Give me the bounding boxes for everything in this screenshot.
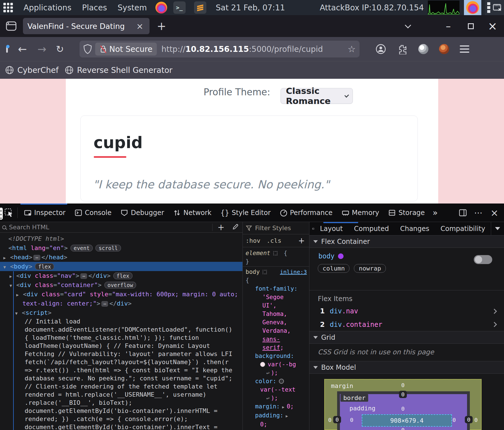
sublime-icon[interactable] — [194, 1, 206, 14]
window-close-button[interactable]: × — [486, 15, 500, 37]
add-rule-button[interactable]: + — [298, 236, 305, 245]
url-text[interactable]: http://10.82.156.115:5000/profile/cupid — [161, 45, 323, 54]
url-bar[interactable]: Not Secure http://10.82.156.115:5000/pro… — [80, 41, 360, 57]
padding-top-value[interactable]: 0 — [325, 405, 481, 412]
account-icon[interactable] — [375, 43, 386, 55]
shield-icon[interactable] — [83, 44, 92, 54]
globe-icon — [65, 66, 74, 75]
margin-right-value[interactable]: 0 — [474, 417, 478, 423]
extensions-puzzle-icon[interactable] — [397, 44, 408, 54]
firefox-launcher-icon[interactable] — [155, 2, 167, 13]
selected-theme-value: Classic Romance — [286, 86, 345, 106]
tab-layout[interactable]: Layout — [314, 225, 349, 233]
tab-close-icon[interactable]: × — [135, 21, 145, 31]
eyedropper-icon[interactable] — [231, 223, 239, 231]
devtools-tab-style-editor[interactable]: {} Style Editor — [216, 204, 275, 222]
border-left-value[interactable]: 0 — [333, 416, 341, 423]
window-maximize-button[interactable] — [464, 15, 478, 37]
clock[interactable]: Sat 21 Feb, 07:11 — [216, 3, 285, 12]
chevron-right-icon[interactable] — [492, 309, 497, 314]
bookmark-reverse-shell-generator[interactable]: Reverse Shell Generator — [65, 66, 172, 75]
flex-item-row[interactable]: 2 div.container — [309, 318, 504, 331]
attackbox-ip: AttackBox IP:10.82.70.154 — [320, 3, 424, 12]
padding-left-value[interactable]: 0 — [350, 417, 353, 423]
flex-overlay-toggle[interactable] — [474, 255, 492, 264]
box-model-header[interactable]: Box Model — [309, 361, 504, 374]
terminal-icon[interactable]: >_ — [173, 1, 186, 14]
tab-overflow-caret[interactable] — [491, 222, 504, 235]
sidebar-icon[interactable] — [6, 47, 8, 52]
window-minimize-button[interactable]: – — [441, 15, 455, 37]
app-grid-icon[interactable] — [3, 3, 13, 12]
content-box[interactable]: 908×679.4 — [362, 414, 452, 427]
css-rules[interactable]: element {}bodyinline:3{font-family:'Sego… — [243, 247, 309, 429]
devtools-close-icon[interactable]: × — [491, 207, 499, 218]
page-viewport: Profile Theme: Classic Romance cupid "I … — [0, 79, 504, 204]
chevron-right-icon[interactable] — [492, 322, 497, 327]
devtools-tab-storage[interactable]: Storage — [384, 204, 429, 222]
search-html-input[interactable]: Search HTML — [9, 224, 49, 231]
html-tree[interactable]: <!DOCTYPE html><html lang="en">eventscro… — [0, 234, 242, 317]
reload-button[interactable]: ↻ — [56, 43, 64, 55]
profile-avatar[interactable] — [439, 44, 449, 54]
margin-top-value[interactable]: 0 — [325, 382, 481, 389]
item-class: .container — [342, 321, 382, 329]
network-disconnected-icon[interactable] — [493, 3, 502, 12]
border-top-value[interactable]: 0 — [399, 391, 407, 398]
grid-header[interactable]: Grid — [309, 331, 504, 344]
tab-computed[interactable]: Computed — [348, 225, 395, 233]
caret-icon — [313, 240, 318, 243]
border-right-value[interactable]: 0 — [465, 416, 473, 423]
tab-compatibility[interactable]: Compatibility — [435, 225, 491, 233]
tab-label: Console — [85, 209, 111, 217]
search-icon — [2, 225, 6, 229]
markup-panel: Search HTML + <!DOCTYPE html><html lang=… — [0, 222, 243, 430]
bookmark-cyberchef[interactable]: CyberChef — [5, 66, 59, 75]
back-button[interactable]: ← — [18, 43, 27, 55]
tab-list-chevron-icon[interactable] — [401, 15, 415, 37]
tab-valenfind[interactable]: ValenFind - Secure Dating × — [23, 18, 150, 34]
more-tabs-chevrons[interactable]: » — [429, 208, 441, 218]
box-model-diagram[interactable]: margin 0 0 border padding 0 908×679.4 0 … — [324, 379, 482, 430]
workspace-switcher-icon[interactable] — [487, 2, 490, 13]
padding-bottom-value[interactable]: 0 — [325, 427, 481, 430]
padding-right-value[interactable]: 0 — [452, 417, 456, 423]
devtools-tab-console[interactable]: Console — [70, 204, 116, 222]
menu-places[interactable]: Places — [82, 3, 107, 12]
menu-hamburger-icon[interactable] — [460, 45, 469, 53]
script-code[interactable]: // Initial loaddocument.addEventListener… — [0, 317, 242, 430]
add-node-button[interactable]: + — [218, 222, 225, 232]
pseudo-hov-button[interactable]: :hov — [246, 237, 260, 244]
sidebar-toggle-icon[interactable] — [312, 225, 314, 233]
flex-container-header[interactable]: Flex Container — [309, 235, 504, 248]
devtools-tab-inspector[interactable]: Inspector — [19, 204, 70, 222]
devtools-tab-performance[interactable]: Performance — [275, 204, 337, 222]
firefox-view-icon[interactable] — [5, 20, 17, 32]
filter-styles-input[interactable]: Filter Styles — [255, 225, 291, 232]
split-console-icon[interactable] — [459, 209, 467, 217]
flex-item-row[interactable]: 1 div.nav — [309, 304, 504, 318]
profile-theme-select[interactable]: Classic Romance — [281, 88, 353, 104]
flex-direction-badges: column nowrap — [309, 260, 504, 278]
devtools-tab-debugger[interactable]: Debugger — [116, 204, 169, 222]
node-picker-icon[interactable] — [4, 208, 13, 217]
flex-highlight-swatch[interactable] — [338, 253, 344, 259]
menu-applications[interactable]: Applications — [24, 3, 71, 12]
extension-globe-icon[interactable] — [418, 44, 428, 54]
tab-changes[interactable]: Changes — [395, 225, 435, 233]
sidebar-handle[interactable] — [0, 207, 3, 220]
new-tab-button[interactable]: + — [157, 20, 166, 33]
devtools-tab-network[interactable]: Network — [169, 204, 216, 222]
forward-button[interactable]: → — [38, 43, 46, 55]
tab-label: Network — [183, 209, 211, 217]
devtools-tab-memory[interactable]: Memory — [337, 204, 384, 222]
margin-left-value[interactable]: 0 — [328, 417, 332, 423]
firefox-active-window-icon[interactable] — [464, 0, 481, 15]
menu-system[interactable]: System — [118, 3, 147, 12]
tab-title: ValenFind - Secure Dating — [27, 22, 135, 31]
bookmark-star-icon[interactable]: ☆ — [348, 44, 356, 54]
not-secure-chip[interactable]: Not Secure — [95, 43, 157, 56]
sublime-glyph — [197, 4, 204, 11]
devtools-options-icon[interactable]: ⋯ — [474, 208, 483, 218]
class-toggle-button[interactable]: .cls — [267, 237, 281, 244]
